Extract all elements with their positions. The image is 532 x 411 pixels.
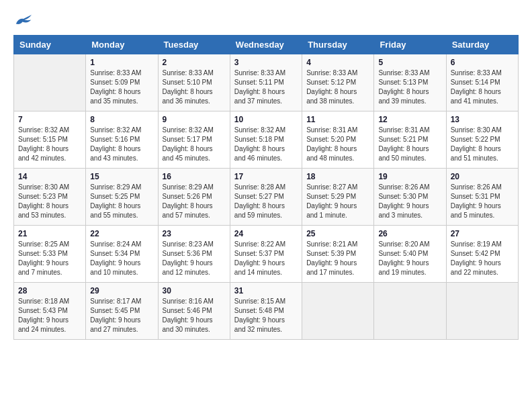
day-info: Sunrise: 8:31 AMSunset: 5:21 PMDaylight:… [378, 126, 441, 163]
calendar-cell: 18Sunrise: 8:27 AMSunset: 5:29 PMDayligh… [302, 169, 374, 226]
day-info: Sunrise: 8:26 AMSunset: 5:31 PMDaylight:… [451, 183, 514, 220]
day-info: Sunrise: 8:20 AMSunset: 5:40 PMDaylight:… [378, 240, 441, 277]
day-number: 1 [90, 58, 153, 67]
day-info: Sunrise: 8:26 AMSunset: 5:30 PMDaylight:… [378, 183, 441, 220]
day-number: 22 [90, 229, 153, 238]
day-number: 21 [18, 229, 81, 238]
calendar-cell: 25Sunrise: 8:21 AMSunset: 5:39 PMDayligh… [302, 226, 374, 283]
header-day-thursday: Thursday [302, 36, 374, 54]
day-number: 2 [163, 58, 226, 67]
week-row-4: 21Sunrise: 8:25 AMSunset: 5:33 PMDayligh… [14, 226, 519, 283]
day-info: Sunrise: 8:33 AMSunset: 5:11 PMDaylight:… [234, 68, 298, 106]
day-number: 26 [378, 229, 441, 238]
day-info: Sunrise: 8:22 AMSunset: 5:37 PMDaylight:… [234, 240, 298, 277]
day-number: 3 [234, 58, 298, 67]
day-number: 15 [90, 172, 153, 181]
calendar-cell: 14Sunrise: 8:30 AMSunset: 5:23 PMDayligh… [14, 169, 86, 226]
calendar-cell: 15Sunrise: 8:29 AMSunset: 5:25 PMDayligh… [86, 169, 158, 226]
calendar-cell: 20Sunrise: 8:26 AMSunset: 5:31 PMDayligh… [446, 169, 518, 226]
day-info: Sunrise: 8:27 AMSunset: 5:29 PMDaylight:… [306, 183, 369, 220]
day-info: Sunrise: 8:31 AMSunset: 5:20 PMDaylight:… [306, 126, 369, 163]
day-number: 8 [90, 115, 153, 124]
day-info: Sunrise: 8:33 AMSunset: 5:10 PMDaylight:… [163, 68, 226, 106]
calendar-cell: 10Sunrise: 8:32 AMSunset: 5:18 PMDayligh… [230, 111, 302, 169]
calendar-cell: 4Sunrise: 8:33 AMSunset: 5:12 PMDaylight… [302, 54, 374, 111]
calendar-cell: 5Sunrise: 8:33 AMSunset: 5:13 PMDaylight… [374, 54, 446, 111]
header-day-monday: Monday [86, 36, 158, 54]
day-number: 17 [234, 172, 298, 181]
day-number: 23 [163, 229, 226, 238]
calendar-cell [446, 283, 518, 340]
calendar-table: SundayMondayTuesdayWednesdayThursdayFrid… [13, 35, 519, 340]
day-info: Sunrise: 8:33 AMSunset: 5:09 PMDaylight:… [90, 68, 153, 106]
day-number: 12 [378, 115, 441, 124]
calendar-cell: 9Sunrise: 8:32 AMSunset: 5:17 PMDaylight… [158, 111, 230, 169]
day-info: Sunrise: 8:32 AMSunset: 5:16 PMDaylight:… [90, 126, 153, 163]
day-number: 13 [451, 115, 514, 124]
day-number: 7 [18, 115, 81, 124]
page-header [13, 13, 519, 28]
header-day-saturday: Saturday [446, 36, 518, 54]
calendar-cell: 22Sunrise: 8:24 AMSunset: 5:34 PMDayligh… [86, 226, 158, 283]
week-row-3: 14Sunrise: 8:30 AMSunset: 5:23 PMDayligh… [14, 169, 519, 226]
calendar-cell: 8Sunrise: 8:32 AMSunset: 5:16 PMDaylight… [86, 111, 158, 169]
calendar-cell: 2Sunrise: 8:33 AMSunset: 5:10 PMDaylight… [158, 54, 230, 111]
day-info: Sunrise: 8:30 AMSunset: 5:23 PMDaylight:… [18, 183, 81, 220]
calendar-cell: 23Sunrise: 8:23 AMSunset: 5:36 PMDayligh… [158, 226, 230, 283]
week-row-1: 1Sunrise: 8:33 AMSunset: 5:09 PMDaylight… [14, 54, 519, 111]
calendar-cell: 28Sunrise: 8:18 AMSunset: 5:43 PMDayligh… [14, 283, 86, 340]
day-number: 20 [451, 172, 514, 181]
calendar-cell: 29Sunrise: 8:17 AMSunset: 5:45 PMDayligh… [86, 283, 158, 340]
calendar-cell: 31Sunrise: 8:15 AMSunset: 5:48 PMDayligh… [230, 283, 302, 340]
day-info: Sunrise: 8:15 AMSunset: 5:48 PMDaylight:… [234, 297, 298, 334]
calendar-cell: 7Sunrise: 8:32 AMSunset: 5:15 PMDaylight… [14, 111, 86, 169]
calendar-cell [302, 283, 374, 340]
day-info: Sunrise: 8:16 AMSunset: 5:46 PMDaylight:… [163, 297, 226, 334]
day-info: Sunrise: 8:29 AMSunset: 5:26 PMDaylight:… [163, 183, 226, 220]
logo [13, 13, 36, 28]
day-info: Sunrise: 8:32 AMSunset: 5:17 PMDaylight:… [163, 126, 226, 163]
day-number: 4 [306, 58, 369, 67]
calendar-header: SundayMondayTuesdayWednesdayThursdayFrid… [14, 36, 519, 54]
day-info: Sunrise: 8:32 AMSunset: 5:18 PMDaylight:… [234, 126, 298, 163]
week-row-2: 7Sunrise: 8:32 AMSunset: 5:15 PMDaylight… [14, 111, 519, 169]
day-info: Sunrise: 8:29 AMSunset: 5:25 PMDaylight:… [90, 183, 153, 220]
calendar-cell: 24Sunrise: 8:22 AMSunset: 5:37 PMDayligh… [230, 226, 302, 283]
day-number: 24 [234, 229, 298, 238]
header-day-tuesday: Tuesday [158, 36, 230, 54]
day-number: 19 [378, 172, 441, 181]
day-info: Sunrise: 8:19 AMSunset: 5:42 PMDaylight:… [451, 240, 514, 277]
day-number: 11 [306, 115, 369, 124]
logo-bird-icon [13, 13, 34, 28]
header-day-friday: Friday [374, 36, 446, 54]
day-number: 27 [451, 229, 514, 238]
calendar-cell: 12Sunrise: 8:31 AMSunset: 5:21 PMDayligh… [374, 111, 446, 169]
day-number: 10 [234, 115, 298, 124]
day-info: Sunrise: 8:24 AMSunset: 5:34 PMDaylight:… [90, 240, 153, 277]
header-day-wednesday: Wednesday [230, 36, 302, 54]
day-info: Sunrise: 8:17 AMSunset: 5:45 PMDaylight:… [90, 297, 153, 334]
calendar-cell [14, 54, 86, 111]
calendar-cell: 26Sunrise: 8:20 AMSunset: 5:40 PMDayligh… [374, 226, 446, 283]
week-row-5: 28Sunrise: 8:18 AMSunset: 5:43 PMDayligh… [14, 283, 519, 340]
day-number: 5 [378, 58, 441, 67]
calendar-cell: 17Sunrise: 8:28 AMSunset: 5:27 PMDayligh… [230, 169, 302, 226]
day-number: 6 [451, 58, 514, 67]
day-number: 25 [306, 229, 369, 238]
day-info: Sunrise: 8:33 AMSunset: 5:12 PMDaylight:… [306, 68, 369, 106]
day-info: Sunrise: 8:30 AMSunset: 5:22 PMDaylight:… [451, 126, 514, 163]
day-number: 28 [18, 286, 81, 295]
day-number: 18 [306, 172, 369, 181]
calendar-cell: 6Sunrise: 8:33 AMSunset: 5:14 PMDaylight… [446, 54, 518, 111]
calendar-cell: 1Sunrise: 8:33 AMSunset: 5:09 PMDaylight… [86, 54, 158, 111]
calendar-cell: 16Sunrise: 8:29 AMSunset: 5:26 PMDayligh… [158, 169, 230, 226]
day-info: Sunrise: 8:33 AMSunset: 5:14 PMDaylight:… [451, 68, 514, 106]
calendar-cell: 30Sunrise: 8:16 AMSunset: 5:46 PMDayligh… [158, 283, 230, 340]
calendar-cell: 21Sunrise: 8:25 AMSunset: 5:33 PMDayligh… [14, 226, 86, 283]
calendar-cell [374, 283, 446, 340]
calendar-cell: 3Sunrise: 8:33 AMSunset: 5:11 PMDaylight… [230, 54, 302, 111]
day-info: Sunrise: 8:23 AMSunset: 5:36 PMDaylight:… [163, 240, 226, 277]
day-info: Sunrise: 8:25 AMSunset: 5:33 PMDaylight:… [18, 240, 81, 277]
day-number: 30 [163, 286, 226, 295]
day-number: 14 [18, 172, 81, 181]
